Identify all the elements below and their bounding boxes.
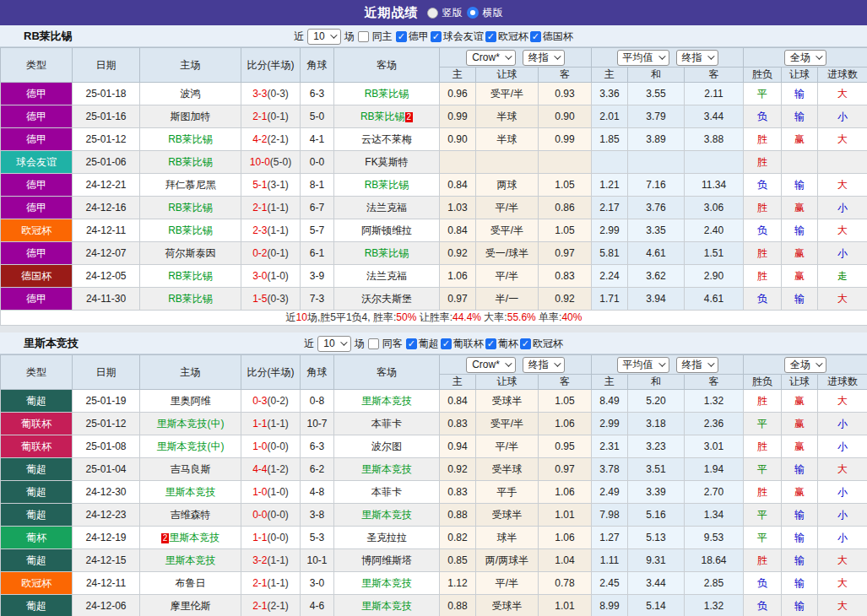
avg-odds-away: 11.34 bbox=[685, 174, 744, 197]
away-team-cell: FK莫斯特 bbox=[334, 151, 440, 174]
score-cell: 4-2(2-1) bbox=[241, 128, 301, 151]
chevron-down-icon bbox=[554, 359, 561, 366]
half-time-score: (1-1) bbox=[268, 224, 289, 236]
col-corner: 角球 bbox=[301, 355, 334, 390]
league-checkbox[interactable] bbox=[396, 31, 407, 42]
vertical-layout-radio[interactable] bbox=[427, 8, 438, 19]
result-cell: 负 bbox=[744, 105, 782, 128]
away-team-cell: 本菲卡 bbox=[334, 481, 440, 504]
match-type-cell: 德甲 bbox=[1, 288, 73, 311]
match-date: 25-01-04 bbox=[73, 458, 140, 481]
col-result: 胜负 bbox=[744, 375, 782, 390]
same-venue-checkbox[interactable] bbox=[358, 31, 369, 42]
table-row: 德甲 25-01-18 波鸿 3-3(0-3) 6-3 RB莱比锡 0.96 受… bbox=[1, 83, 867, 105]
odds-time-select[interactable]: 终指 bbox=[523, 357, 565, 373]
average-time-select[interactable]: 终指 bbox=[676, 50, 718, 66]
horizontal-layout-radio[interactable] bbox=[467, 7, 479, 19]
league-checkbox[interactable] bbox=[441, 338, 452, 349]
league-checkbox[interactable] bbox=[406, 338, 417, 349]
odds-source-select[interactable]: Crow* bbox=[466, 357, 516, 373]
half-time-score: (0-1) bbox=[268, 247, 289, 259]
corner-count: 5-0 bbox=[301, 105, 334, 128]
goals-result-cell: 小 bbox=[818, 413, 867, 435]
table-row: 德甲 24-12-16 RB莱比锡 2-1(1-1) 6-7 法兰克福 1.03… bbox=[1, 197, 867, 219]
col-score: 比分(半场) bbox=[241, 48, 301, 83]
odds-group-header: Crow* 终指 bbox=[440, 355, 592, 375]
result-cell: 胜 bbox=[744, 549, 782, 572]
col-goals: 进球数 bbox=[818, 68, 867, 83]
period-select[interactable]: 全场 bbox=[784, 357, 826, 373]
home-team-name: 里斯本竞技(中) bbox=[157, 440, 225, 452]
handicap-odds-away: 0.92 bbox=[539, 288, 592, 311]
match-type-badge: 葡杯 bbox=[1, 527, 72, 548]
away-team-name: 波尔图 bbox=[371, 440, 402, 452]
away-team-cell: RB莱比锡2 bbox=[334, 105, 440, 128]
away-team-cell: 云达不莱梅 bbox=[334, 128, 440, 151]
match-type-badge: 葡超 bbox=[1, 481, 72, 503]
handicap-odds-away: 0.90 bbox=[539, 105, 592, 128]
league-filters: 德甲球会友谊欧冠杯德国杯 bbox=[396, 30, 573, 44]
corner-count: 10-7 bbox=[301, 413, 334, 435]
match-date: 24-12-06 bbox=[73, 595, 140, 616]
average-group-header: 平均值 终指 bbox=[592, 48, 744, 68]
full-time-score: 2-1 bbox=[252, 577, 267, 589]
match-type-badge: 欧冠杯 bbox=[1, 219, 72, 241]
average-time-select[interactable]: 终指 bbox=[676, 357, 718, 373]
league-checkbox[interactable] bbox=[431, 31, 442, 42]
avg-odds-draw: 3.94 bbox=[628, 288, 685, 311]
avg-odds-draw bbox=[628, 151, 685, 174]
score-cell: 2-1(2-1) bbox=[241, 595, 301, 616]
same-venue-checkbox[interactable] bbox=[368, 338, 379, 349]
league-checkbox[interactable] bbox=[485, 31, 496, 42]
match-count-value: 10 bbox=[313, 30, 324, 42]
league-checkbox[interactable] bbox=[520, 338, 531, 349]
full-time-score: 2-1 bbox=[252, 202, 267, 213]
match-type-badge: 球会友谊 bbox=[1, 151, 72, 173]
handicap-odds-away: 1.01 bbox=[539, 504, 592, 527]
away-team-name: RB莱比锡 bbox=[365, 179, 409, 191]
avg-odds-away: 2.85 bbox=[685, 572, 744, 595]
period-select[interactable]: 全场 bbox=[784, 50, 826, 66]
handicap-result-cell: 输 bbox=[782, 549, 818, 572]
league-checkbox[interactable] bbox=[530, 31, 541, 42]
match-type-cell: 德甲 bbox=[1, 128, 73, 151]
half-time-score: (1-1) bbox=[268, 418, 289, 430]
vertical-layout-label[interactable]: 竖版 bbox=[442, 6, 463, 20]
average-source-select[interactable]: 平均值 bbox=[617, 50, 669, 66]
avg-odds-home: 1.11 bbox=[592, 549, 628, 572]
away-team-cell: 圣克拉拉 bbox=[334, 527, 440, 549]
match-date: 24-12-16 bbox=[73, 197, 140, 219]
home-team-name: 里斯本竞技 bbox=[169, 532, 219, 543]
handicap-line: 平/半 bbox=[476, 435, 539, 458]
matches-table: 类型 日期 主场 比分(半场) 角球 客场 Crow* 终指 平均值 bbox=[0, 47, 867, 326]
goals-result-cell: 大 bbox=[818, 83, 867, 105]
result-cell: 胜 bbox=[744, 128, 782, 151]
match-count-select[interactable]: 10 bbox=[307, 29, 340, 45]
odds-time-select[interactable]: 终指 bbox=[523, 50, 565, 66]
league-label: 球会友谊 bbox=[443, 30, 484, 44]
col-result: 胜负 bbox=[744, 68, 782, 83]
horizontal-layout-label[interactable]: 横版 bbox=[483, 6, 503, 20]
home-team-cell: 拜仁慕尼黑 bbox=[140, 174, 241, 197]
odds-source-select[interactable]: Crow* bbox=[466, 50, 516, 66]
away-team-name: 里斯本竞技 bbox=[361, 395, 412, 407]
col-date: 日期 bbox=[73, 48, 140, 83]
table-row: 德甲 24-11-30 RB莱比锡 1-5(0-3) 7-3 沃尔夫斯堡 0.9… bbox=[1, 288, 867, 311]
average-source-select[interactable]: 平均值 bbox=[617, 357, 669, 373]
away-team-name: 沃尔夫斯堡 bbox=[361, 293, 412, 305]
chevron-down-icon bbox=[330, 31, 337, 38]
col-avg-away: 客 bbox=[685, 375, 744, 390]
handicap-result-cell: 赢 bbox=[782, 435, 818, 458]
home-team-cell: 里奥阿维 bbox=[140, 390, 241, 413]
league-label: 德甲 bbox=[409, 30, 429, 44]
chevron-down-icon bbox=[554, 52, 561, 59]
match-type-cell: 德甲 bbox=[1, 105, 73, 128]
col-home: 主场 bbox=[140, 48, 241, 83]
table-row: 葡联杯 25-01-12 里斯本竞技(中) 1-1(1-1) 10-7 本菲卡 … bbox=[1, 413, 867, 435]
section-filter-bar: RB莱比锡 近 10 场 同主 德甲球会友谊欧冠杯德国杯 bbox=[0, 25, 867, 47]
league-checkbox[interactable] bbox=[485, 338, 496, 349]
match-count-select[interactable]: 10 bbox=[317, 336, 350, 352]
score-cell: 2-1(1-1) bbox=[241, 197, 301, 219]
handicap-result-cell: 输 bbox=[782, 83, 818, 105]
col-handicap-result: 让球 bbox=[782, 68, 818, 83]
